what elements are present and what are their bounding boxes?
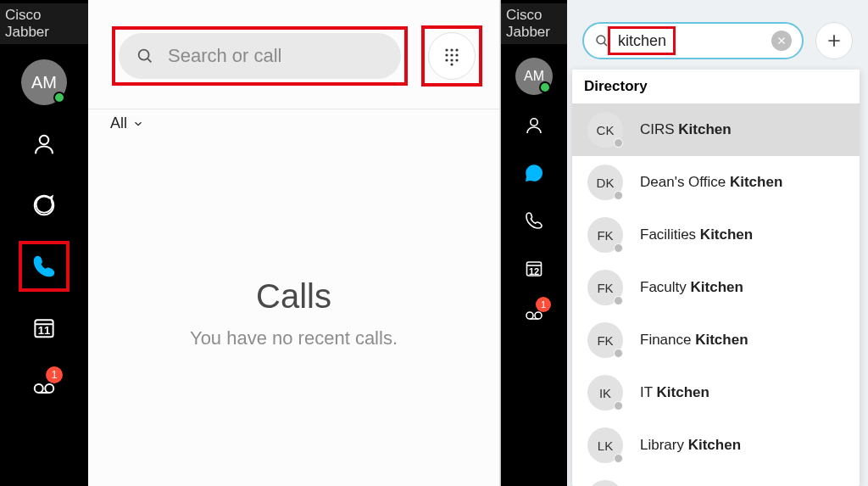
contact-avatar: CK [587,112,623,148]
contact-avatar: FK [587,217,623,253]
presence-dot [539,81,551,93]
plus-icon [826,32,843,49]
contact-name: Dean's Office Kitchen [640,174,782,191]
filter-label: All [110,115,127,132]
presence-dot [614,138,623,148]
chat-icon [524,163,544,183]
nav-calls[interactable] [514,200,554,241]
contact-name: IT Kitchen [640,384,709,401]
contact-name: CIRS Kitchen [640,121,732,138]
contact-avatar: IK [587,375,623,411]
empty-state: Calls You have no recent calls. [88,141,499,486]
directory-item[interactable]: SKStudent Affairs Kitchen [572,472,860,486]
directory-item[interactable]: FKFinance Kitchen [572,314,860,366]
contact-avatar: DK [587,165,623,200]
dialpad-icon [442,46,462,66]
right-main: kitchen Directory CKCIRS KitchenDKDean's… [567,0,868,486]
directory-item[interactable]: CKCIRS Kitchen [572,103,860,156]
presence-dot [614,349,623,358]
svg-point-8 [455,48,458,51]
chevron-down-icon [132,118,144,130]
directory-item[interactable]: IKIT Kitchen [572,366,860,419]
user-initials: AM [31,73,57,92]
filter-all[interactable]: All [110,115,144,132]
search-field[interactable]: Search or call [119,33,401,79]
svg-point-3 [35,384,43,393]
directory-item[interactable]: DKDean's Office Kitchen [572,156,860,209]
contact-avatar: LK [587,427,623,463]
left-sidebar: Cisco Jabber AM 11 1 [0,0,88,486]
dropdown-heading: Directory [572,70,860,103]
nav-voicemail[interactable]: 1 [19,363,70,414]
svg-point-0 [40,136,49,145]
phone-icon [524,210,544,231]
svg-point-16 [531,119,537,126]
contact-name: Library Kitchen [640,437,741,454]
nav-voicemail[interactable]: 1 [514,295,554,336]
search-field[interactable]: kitchen [582,22,804,59]
contact-name: Finance Kitchen [640,332,748,349]
directory-item[interactable]: LKLibrary Kitchen [572,419,860,472]
presence-dot [614,243,623,253]
svg-point-9 [445,53,448,56]
svg-point-5 [139,50,149,60]
close-icon [776,36,787,46]
add-button[interactable] [815,22,853,59]
user-avatar[interactable]: AM [21,59,67,105]
nav-calendar[interactable]: 12 [514,248,554,288]
contact-name: Faculty Kitchen [640,279,743,296]
phone-icon [31,254,57,279]
nav-contacts[interactable] [514,105,554,146]
clear-button[interactable] [771,31,792,51]
presence-dot [614,296,623,305]
nav-calendar[interactable]: 11 [19,302,70,353]
search-dropdown: Directory CKCIRS KitchenDKDean's Office … [572,70,860,486]
nav-calls[interactable] [19,241,70,292]
contact-avatar: SK [587,480,623,486]
svg-point-20 [597,36,605,44]
right-sidebar: Cisco Jabber AM 12 1 [501,0,567,486]
dialpad-button[interactable] [428,32,476,80]
contact-avatar: FK [587,322,623,358]
svg-point-11 [455,53,458,56]
svg-point-7 [450,48,453,51]
search-icon [136,47,154,65]
left-main: Search or call All [88,0,500,486]
voicemail-badge: 1 [46,366,63,383]
svg-point-12 [445,59,448,61]
person-icon [31,131,57,157]
empty-subtitle: You have no recent calls. [190,327,398,349]
presence-dot [614,401,623,411]
person-icon [524,115,544,136]
user-avatar[interactable]: AM [515,58,553,95]
search-placeholder: Search or call [168,45,282,67]
calendar-day: 12 [529,266,539,277]
app-title: Cisco Jabber [0,3,88,44]
svg-point-18 [526,312,533,319]
nav-contacts[interactable] [19,119,70,170]
svg-point-6 [445,48,448,51]
app-title: Cisco Jabber [501,3,567,44]
svg-point-10 [450,53,453,56]
svg-point-4 [45,384,53,393]
contact-avatar: FK [587,270,623,305]
presence-dot [53,92,65,103]
presence-dot [614,191,623,200]
nav-chat[interactable] [514,153,554,193]
contact-name: Facilities Kitchen [640,226,753,243]
search-value: kitchen [618,32,666,50]
voicemail-badge: 1 [536,297,551,312]
directory-item[interactable]: FKFaculty Kitchen [572,261,860,314]
svg-point-14 [455,59,458,61]
nav-chat[interactable] [19,180,70,231]
search-icon [594,33,609,48]
directory-item[interactable]: FKFacilities Kitchen [572,209,860,261]
svg-point-19 [535,312,542,319]
presence-dot [614,454,623,463]
svg-point-13 [450,59,453,61]
svg-point-15 [450,63,453,65]
empty-title: Calls [256,277,331,316]
chat-icon [31,193,57,218]
calendar-day: 11 [38,324,50,337]
